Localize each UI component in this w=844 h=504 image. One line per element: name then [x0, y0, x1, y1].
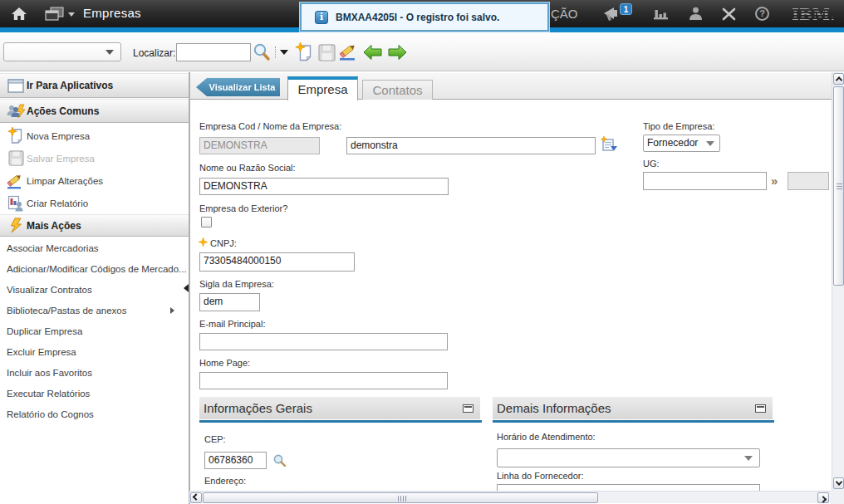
- scroll-left-button[interactable]: [190, 492, 202, 503]
- sigla-input[interactable]: dem: [199, 293, 260, 311]
- previous-record-icon[interactable]: [363, 44, 383, 61]
- ibm-logo: IBM.: [792, 5, 836, 23]
- tab-empresa[interactable]: Empresa: [287, 76, 358, 100]
- scroll-up-button[interactable]: [833, 73, 844, 85]
- minimize-icon[interactable]: [755, 404, 766, 413]
- profile-icon[interactable]: [689, 7, 703, 20]
- page-title: Empresas: [83, 0, 141, 27]
- endereco-label: Endereço:: [204, 476, 246, 486]
- sidebar-item-limpar-alteracoes[interactable]: Limpar Alterações: [0, 169, 189, 192]
- applications-menu-icon[interactable]: [45, 7, 65, 21]
- scrollbar-corner: [831, 491, 844, 504]
- minimize-icon[interactable]: [463, 404, 474, 413]
- queries-combobox[interactable]: [3, 42, 121, 61]
- horario-label: Horário de Atendimento:: [497, 432, 596, 442]
- sidebar-item-excluir-empresa[interactable]: Excluir Empresa: [0, 341, 189, 362]
- vertical-scrollbar[interactable]: [832, 72, 844, 491]
- linha-fornecedor-label: Linha do Fornecedor:: [497, 471, 584, 481]
- ug-label: UG:: [643, 159, 660, 169]
- section-demais-informacoes: Demais Informações: [493, 397, 773, 419]
- detail-menu-icon[interactable]: [601, 136, 618, 154]
- clear-changes-icon: [5, 172, 27, 190]
- search-options-caret[interactable]: [280, 50, 288, 55]
- sidebar-item-biblioteca-anexos[interactable]: Biblioteca/Pastas de anexos: [0, 300, 189, 321]
- announcements-icon[interactable]: [602, 6, 621, 22]
- sidebar-item-salvar-empresa[interactable]: Salvar Empresa: [0, 147, 189, 169]
- help-icon[interactable]: ?: [755, 7, 769, 21]
- tipo-empresa-label: Tipo de Empresa:: [643, 121, 714, 131]
- sidebar-collapse-handle[interactable]: [184, 284, 189, 292]
- linha-fornecedor-input[interactable]: [497, 484, 760, 491]
- submenu-arrow-icon: [170, 307, 174, 314]
- new-record-icon: [5, 127, 27, 144]
- horizontal-scroll-thumb[interactable]: [203, 492, 598, 503]
- homepage-input[interactable]: [199, 372, 448, 389]
- empresa-nome-input[interactable]: demonstra: [346, 137, 596, 154]
- reports-chart-icon[interactable]: [653, 7, 669, 20]
- main-content: Visualizar Lista Empresa Contatos Empres…: [190, 72, 832, 491]
- required-asterisk-icon: [199, 237, 208, 247]
- sidebar-item-nova-empresa[interactable]: Nova Empresa: [0, 125, 189, 147]
- razao-social-input[interactable]: DEMONSTRA: [199, 178, 449, 195]
- sidebar-header-ir-para-aplicativos[interactable]: Ir Para Aplicativos: [0, 73, 189, 98]
- tab-row: [190, 73, 832, 100]
- system-message[interactable]: i BMXAA4205I - O registro foi salvo.: [300, 2, 549, 32]
- ug-detail-chevrons-icon[interactable]: »: [771, 174, 778, 188]
- next-record-icon[interactable]: [387, 44, 407, 61]
- home-icon[interactable]: [11, 7, 27, 21]
- section-underline: [199, 420, 482, 423]
- toolbar: Localizar:: [0, 32, 844, 71]
- localizar-label: Localizar:: [133, 47, 175, 59]
- sidebar-item-duplicar-empresa[interactable]: Duplicar Empresa: [0, 321, 189, 341]
- horizontal-scrollbar[interactable]: [189, 491, 831, 503]
- sidebar-item-associar-mercadorias[interactable]: Associar Mercadorias: [0, 237, 189, 258]
- new-record-icon[interactable]: [295, 42, 314, 61]
- sidebar-item-executar-relatorios[interactable]: Executar Relatórios: [0, 383, 189, 404]
- homepage-label: Home Page:: [199, 358, 250, 368]
- top-navbar: Empresas i BMXAA4205I - O registro foi s…: [0, 0, 844, 27]
- empresa-exterior-label: Empresa do Exterior?: [199, 203, 287, 213]
- users-bolt-icon: [5, 104, 27, 119]
- cep-search-icon[interactable]: [272, 453, 287, 467]
- save-icon: [5, 150, 27, 166]
- sigla-label: Sigla da Empresa:: [199, 279, 274, 289]
- scroll-down-button[interactable]: [833, 477, 844, 489]
- visualizar-lista-button[interactable]: Visualizar Lista: [196, 78, 280, 96]
- window-icon: [5, 79, 27, 93]
- lightning-icon: [5, 218, 27, 233]
- section-underline: [493, 420, 774, 423]
- ug-input[interactable]: [643, 172, 767, 190]
- scroll-right-button[interactable]: [817, 492, 829, 503]
- sidebar-header-mais-acoes[interactable]: Mais Ações: [0, 214, 189, 237]
- sidebar-item-criar-relatorio[interactable]: Criar Relatório: [0, 192, 189, 214]
- save-icon-disabled[interactable]: [318, 44, 336, 61]
- separator: [275, 46, 276, 58]
- report-icon: [5, 195, 27, 212]
- close-icon[interactable]: [722, 7, 736, 21]
- section-informacoes-gerais: Informações Gerais: [199, 397, 480, 419]
- sidebar-item-relatorio-cognos[interactable]: Relatório do Cognos: [0, 404, 189, 424]
- razao-social-label: Nome ou Razão Social:: [199, 163, 296, 173]
- tipo-empresa-select[interactable]: Fornecedor: [643, 135, 720, 152]
- cep-input[interactable]: 06786360: [204, 452, 267, 469]
- message-text: BMXAA4205I - O registro foi salvo.: [336, 12, 499, 23]
- sidebar-item-incluir-favoritos[interactable]: Incluir aos Favoritos: [0, 362, 189, 383]
- email-input[interactable]: [199, 333, 448, 350]
- clear-changes-icon[interactable]: [338, 42, 360, 61]
- ug-desc-input[interactable]: [788, 172, 829, 190]
- email-label: E-mail Principal:: [199, 319, 265, 329]
- empresa-exterior-checkbox[interactable]: [201, 217, 212, 228]
- vertical-scroll-thumb[interactable]: [833, 86, 844, 286]
- localizar-input[interactable]: [176, 43, 251, 61]
- search-icon[interactable]: [252, 42, 272, 62]
- notification-badge: 1: [620, 3, 632, 15]
- horario-select[interactable]: [497, 448, 760, 467]
- sidebar-header-acoes-comuns[interactable]: Ações Comuns: [0, 99, 189, 123]
- tab-contatos[interactable]: Contatos: [362, 80, 433, 100]
- clipped-nav-text: ÇÃO: [551, 0, 578, 27]
- sidebar-item-visualizar-contratos[interactable]: Visualizar Contratos: [0, 279, 189, 300]
- empresa-cod-input[interactable]: DEMONSTRA: [199, 137, 320, 154]
- sidebar-item-adicionar-codigos[interactable]: Adicionar/Modificar Códigos de Mercado..…: [0, 258, 189, 279]
- cnpj-input[interactable]: 73305484000150: [199, 252, 355, 272]
- cep-label: CEP:: [204, 434, 226, 444]
